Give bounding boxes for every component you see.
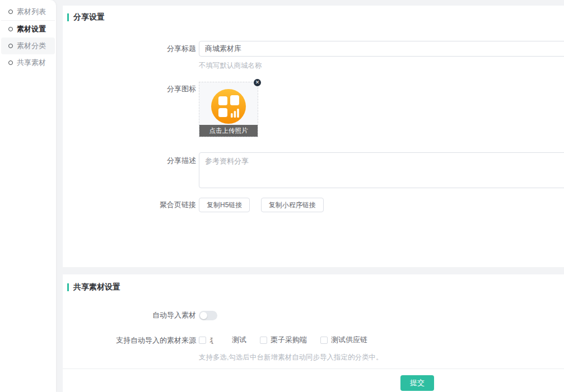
share-title-label: 分享标题 [63, 41, 196, 57]
import-sources-options: 看 测试 栗子采购端 测试供应链 [199, 335, 367, 345]
grid-chart-icon [210, 88, 247, 125]
censored-text: 看 [209, 336, 231, 344]
sidebar: 素材列表 素材设置 素材分类 共享素材 [0, 0, 56, 392]
sidebar-item-material-category[interactable]: 素材分类 [1, 38, 55, 54]
checkbox-icon[interactable] [260, 337, 267, 344]
sidebar-item-material-settings[interactable]: 素材设置 [1, 21, 55, 38]
sidebar-item-shared-material[interactable]: 共享素材 [1, 54, 55, 71]
circle-outline-icon [8, 10, 13, 14]
checkbox-icon[interactable] [199, 337, 206, 344]
section-title-text: 共享素材设置 [73, 282, 120, 292]
source-option-label: 测试 [232, 335, 246, 345]
upload-overlay-label[interactable]: 点击上传照片 [199, 125, 258, 137]
source-option-censored-test[interactable]: 看 测试 [199, 335, 246, 345]
shared-material-title: 共享素材设置 [67, 282, 120, 292]
copy-h5-link-button[interactable]: 复制H5链接 [199, 198, 250, 212]
circle-outline-icon [8, 44, 13, 48]
share-settings-title: 分享设置 [67, 12, 105, 22]
aggregate-link-label: 聚合页链接 [63, 198, 196, 212]
section-accent-bar [67, 283, 69, 291]
copy-miniprogram-link-button[interactable]: 复制小程序链接 [261, 198, 324, 212]
sidebar-item-material-list[interactable]: 素材列表 [1, 3, 55, 21]
circle-outline-icon [8, 27, 13, 31]
import-sources-helper: 支持多选,勾选后中台新增素材自动同步导入指定的分类中。 [199, 353, 383, 362]
section-accent-bar [67, 13, 69, 21]
import-sources-label: 支持自动导入的素材来源 [63, 336, 196, 344]
source-option-test-supply-chain[interactable]: 测试供应链 [320, 335, 367, 345]
source-option-label: 栗子采购端 [271, 335, 307, 345]
auto-import-label: 自动导入素材 [63, 310, 196, 320]
sidebar-item-label: 素材设置 [17, 24, 46, 34]
circle-outline-icon [8, 60, 13, 65]
toggle-knob [200, 312, 207, 319]
checkbox-icon[interactable] [320, 337, 328, 344]
sidebar-item-label: 素材分类 [17, 41, 46, 51]
sidebar-item-label: 共享素材 [17, 58, 46, 68]
share-title-helper: 不填写默认商城名称 [199, 61, 262, 71]
page: 素材列表 素材设置 素材分类 共享素材 分享设置 分享标题 不填写默认商城名称 … [0, 0, 564, 392]
shared-material-settings-card: 共享素材设置 自动导入素材 支持自动导入的素材来源 看 测试 [63, 274, 564, 368]
share-icon-label: 分享图标 [63, 84, 196, 94]
share-desc-label: 分享描述 [63, 156, 196, 166]
share-desc-textarea[interactable] [199, 152, 564, 188]
submit-button[interactable]: 提交 [400, 375, 434, 391]
source-option-label: 测试供应链 [331, 335, 367, 345]
sidebar-item-label: 素材列表 [17, 7, 46, 17]
section-title-text: 分享设置 [73, 12, 105, 22]
share-title-input[interactable] [199, 41, 564, 57]
share-icon-upload-box[interactable]: 点击上传照片 ✕ [199, 82, 258, 137]
auto-import-toggle[interactable] [199, 311, 217, 320]
source-option-lizi-procurement[interactable]: 栗子采购端 [260, 335, 307, 345]
share-settings-card: 分享设置 分享标题 不填写默认商城名称 分享图标 [63, 6, 564, 267]
footer-bar: 提交 [63, 368, 564, 392]
close-icon[interactable]: ✕ [254, 79, 261, 86]
